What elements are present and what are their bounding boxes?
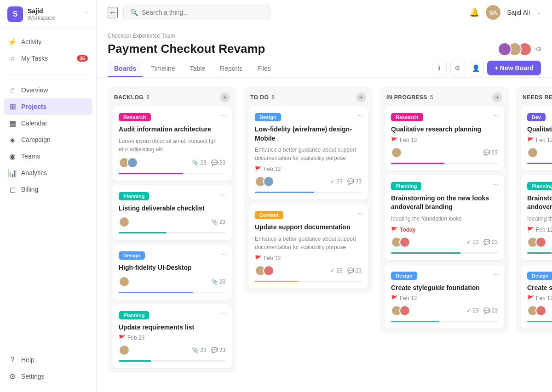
card-desc: Enhance a better guidance about support …	[255, 235, 362, 251]
tab-boards[interactable]: Boards	[108, 61, 143, 77]
card-menu-button[interactable]: ···	[220, 250, 226, 258]
column-add-button[interactable]: +	[220, 92, 230, 102]
view-settings-button[interactable]: ⚙	[450, 61, 465, 75]
card-menu-button[interactable]: ···	[220, 191, 226, 199]
search-icon: 🔍	[130, 9, 138, 16]
flag-icon: 🚩	[391, 295, 398, 301]
card-avatars	[255, 176, 274, 187]
card-menu-button[interactable]: ···	[356, 210, 362, 218]
sidebar-item-calendar[interactable]: ▦ Calendar	[4, 115, 92, 131]
column-header-needsreview: NEEDS RE... +	[516, 87, 552, 106]
search-input[interactable]	[142, 9, 264, 16]
user-menu-chevron-icon[interactable]: ⌄	[536, 9, 541, 16]
settings-icon: ⚙	[8, 372, 17, 381]
attachments-count: 📎 23	[211, 278, 225, 285]
card: Design ··· Low-fidelity (wireframe) desi…	[248, 106, 368, 199]
sidebar-item-mytasks[interactable]: ○ My Tasks 35	[4, 50, 92, 67]
sidebar-item-help[interactable]: ? Help	[4, 352, 92, 368]
sidebar: S Sajid Workspace ⌃ ⚡ Activity ○ My Task…	[0, 0, 97, 392]
sidebar-item-teams[interactable]: ◉ Teams	[4, 148, 92, 165]
card-avatars	[527, 147, 538, 158]
sidebar-item-overview[interactable]: ⌂ Overview	[4, 82, 92, 98]
date-text: Feb 12	[400, 137, 417, 143]
comments-count: 💬 23	[211, 159, 225, 166]
sidebar-item-billing[interactable]: ◻ Billing	[4, 181, 92, 198]
tabs-right-actions: ℹ ⚙ 👤 + New Board	[432, 61, 541, 75]
sidebar-divider	[6, 74, 91, 74]
card-footer: 💬 23	[527, 147, 552, 158]
card-title: Create st...	[527, 284, 552, 293]
column-add-button[interactable]: +	[492, 92, 502, 102]
card-avatars	[527, 237, 546, 248]
tab-table[interactable]: Table	[184, 61, 212, 77]
member-count: +3	[535, 46, 541, 52]
sidebar-item-label: Analytics	[21, 169, 47, 176]
project-title: Payment Checkout Revamp	[108, 42, 265, 56]
card-menu-button[interactable]: ···	[220, 112, 226, 120]
sidebar-item-analytics[interactable]: 📊 Analytics	[4, 165, 92, 181]
card-menu-button[interactable]: ···	[493, 112, 499, 120]
card-title: Qualitativ...	[527, 125, 552, 134]
card-title: Update support documentation	[255, 223, 362, 232]
card-menu-button[interactable]: ···	[493, 270, 499, 278]
attachments-count: 📎 23	[211, 219, 225, 225]
column-add-button[interactable]: +	[356, 92, 366, 102]
card-progress-bar	[527, 321, 552, 322]
topbar-right: 🔔 SA Sajid Ali ⌄	[469, 5, 541, 20]
card-meta: 📎 23 💬 23	[192, 347, 225, 353]
sidebar-item-campaign[interactable]: ◈ Campaign	[4, 131, 92, 148]
card: Design ··· Create styleguide foundation …	[385, 265, 504, 329]
comments-count: 💬 23	[211, 347, 225, 353]
card: Research ··· Qualitative research planni…	[385, 106, 504, 170]
card-tag: Planning	[391, 182, 421, 190]
card: Planning ··· Brainstorming on the new lo…	[385, 175, 504, 260]
card-tag: Dev	[527, 113, 546, 121]
sidebar-item-label: Projects	[21, 103, 46, 110]
card-footer	[527, 305, 552, 316]
card-avatar	[263, 265, 274, 276]
card-avatar	[127, 157, 138, 168]
sidebar-item-label: Billing	[21, 186, 38, 193]
card-footer: ✓ 23 💬 23	[255, 265, 362, 276]
date-text: Feb 12	[536, 295, 552, 301]
notifications-icon[interactable]: 🔔	[469, 7, 479, 17]
view-user-button[interactable]: 👤	[469, 61, 483, 75]
card-footer: 📎 23	[119, 276, 225, 287]
back-button[interactable]: ←	[108, 7, 118, 18]
flag-icon: 🚩	[391, 227, 398, 233]
tasks-badge: 35	[77, 55, 88, 62]
new-board-button[interactable]: + New Board	[487, 61, 541, 75]
column-header-inprogress: IN PROGRESS 5 +	[380, 87, 509, 106]
card-footer: 💬 23	[391, 147, 498, 158]
sidebar-bottom-nav: ? Help ⚙ Settings	[0, 347, 96, 392]
sidebar-item-activity[interactable]: ⚡ Activity	[4, 34, 92, 50]
member-avatar	[498, 42, 512, 56]
column-header-todo: TO DO 5 +	[244, 87, 373, 106]
comments-count: 💬 23	[483, 307, 498, 314]
card-footer: ✓ 23 💬 23	[527, 237, 552, 248]
sidebar-item-projects[interactable]: ⊞ Projects	[4, 98, 92, 115]
card-menu-button[interactable]: ···	[493, 181, 499, 189]
tab-reports[interactable]: Reports	[213, 61, 249, 77]
workspace-chevron-icon[interactable]: ⌃	[84, 11, 89, 17]
search-box[interactable]: 🔍	[123, 5, 270, 20]
tab-timeline[interactable]: Timeline	[144, 61, 181, 77]
view-info-button[interactable]: ℹ	[432, 61, 447, 75]
card-date: 🚩 Feb 12	[255, 255, 362, 261]
card-progress-bar	[391, 321, 498, 322]
card-footer: ✓ 23 💬 23	[255, 176, 362, 187]
card-title: Brainstorming on the new looks andoveral…	[391, 194, 498, 212]
card-date: 🚩 Feb 12	[527, 227, 552, 233]
card-menu-button[interactable]: ···	[220, 310, 226, 318]
sidebar-item-label: My Tasks	[21, 55, 48, 62]
card-menu-button[interactable]: ···	[356, 112, 362, 120]
tab-files[interactable]: Files	[251, 61, 277, 77]
card-footer: 📎 23	[119, 216, 225, 227]
sidebar-item-settings[interactable]: ⚙ Settings	[4, 368, 92, 385]
sidebar-header: S Sajid Workspace ⌃	[0, 0, 96, 29]
card-date: 🚩 Feb 23	[119, 335, 225, 341]
date-text: Feb 12	[536, 227, 552, 233]
flag-icon: 🚩	[255, 166, 262, 172]
card-avatars	[119, 216, 130, 227]
overview-icon: ⌂	[8, 86, 17, 94]
